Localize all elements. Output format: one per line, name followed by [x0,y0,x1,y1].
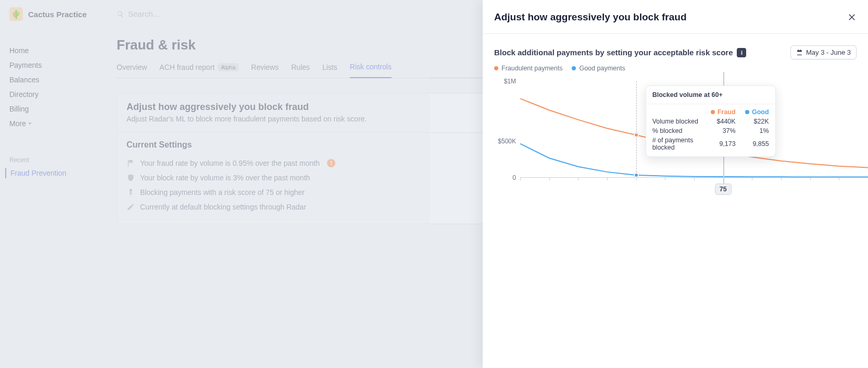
pencil-icon [127,203,135,211]
y-tick-1m: $1M [504,78,516,85]
legend-good: Good payments [572,65,625,72]
sidebar-item-home[interactable]: Home [9,44,99,57]
brand-logo: 🌵 [9,7,23,21]
sidebar-item-balances[interactable]: Balances [9,73,99,87]
sidebar-item-payments[interactable]: Payments [9,58,99,72]
plus-icon: + [28,120,32,127]
search-placeholder: Search... [128,9,159,18]
tooltip-col-good: Good [741,108,769,116]
tooltip-value: 37% [708,127,736,134]
tooltip-row-label: % blocked [652,127,702,134]
legend-fraud: Fraudulent payments [494,65,562,72]
plot-area[interactable]: 75 Blocked volume at 60+ Fraud Good Volu… [520,81,868,178]
x-ticks [520,177,868,180]
tab-ach-label: ACH fraud report [159,63,215,71]
tooltip-value: 9,855 [741,140,769,148]
hover-dot-good [634,173,639,178]
tab-lists[interactable]: Lists [322,59,337,78]
threshold-slider-handle[interactable]: 75 [715,183,732,195]
sidebar-more-label: More [9,119,26,128]
sidebar-recent-fraud-prevention[interactable]: Fraud Prevention [5,168,99,178]
brand-name: Cactus Practice [28,10,87,19]
setting-text: Your fraud rate by volume is 0.95% over … [140,159,320,167]
panel-header: Adjust how aggressively you block fraud [483,0,868,34]
info-icon[interactable]: i [737,48,746,57]
tooltip-row-label: # of payments blocked [652,137,702,151]
tab-ach-fraud-report[interactable]: ACH fraud report Alpha [159,59,238,78]
tooltip-value: 9,173 [708,140,736,148]
chart[interactable]: $1M $500K 0 75 Blocked volume at 60+ [494,81,868,201]
tooltip-row-label: Volume blocked [652,118,702,125]
shield-icon [127,174,135,182]
alpha-badge: Alpha [218,63,238,71]
tooltip-value: 1% [741,127,769,134]
legend-good-label: Good payments [579,65,625,72]
sidebar-item-billing[interactable]: Billing [9,102,99,116]
sidebar-item-directory[interactable]: Directory [9,88,99,101]
setting-text: Your block rate by volume is 3% over the… [140,174,310,182]
panel-subtitle: Block additional payments by setting you… [494,48,733,57]
tooltip-title: Blocked volume at 60+ [646,86,775,104]
y-tick-0: 0 [512,174,516,181]
close-icon[interactable] [847,13,857,22]
date-range-label: May 3 - June 3 [806,48,851,56]
tab-risk-controls[interactable]: Risk controls [350,58,392,78]
sidebar-recent-heading: Recent [9,156,99,164]
brand[interactable]: 🌵 Cactus Practice [9,7,99,21]
pin-icon [127,188,135,197]
warning-icon: ! [327,159,335,167]
tab-rules[interactable]: Rules [291,59,310,78]
tab-reviews[interactable]: Reviews [251,59,279,78]
tab-overview[interactable]: Overview [117,59,147,78]
panel-body: Block additional payments by setting you… [483,34,868,201]
hover-dot-fraud [634,132,639,138]
chart-tooltip: Blocked volume at 60+ Fraud Good Volume … [646,85,776,157]
setting-text: Currently at default blocking settings t… [140,203,306,211]
sidebar: 🌵 Cactus Practice Home Payments Balances… [0,0,104,368]
sidebar-item-more[interactable]: More + [9,117,99,130]
hover-threshold-line [636,81,637,177]
flag-icon [127,159,135,167]
tooltip-value: $440K [708,118,736,125]
calendar-icon [796,49,803,56]
tooltip-value: $22K [741,118,769,125]
date-range-picker[interactable]: May 3 - June 3 [790,45,857,59]
tooltip-col-fraud: Fraud [708,108,736,116]
search-icon [117,10,124,18]
y-tick-500k: $500K [498,138,516,145]
setting-text: Blocking payments with a risk score of 7… [140,188,305,197]
legend-fraud-label: Fraudulent payments [501,65,562,72]
panel-title: Adjust how aggressively you block fraud [494,11,687,23]
chart-legend: Fraudulent payments Good payments [494,65,868,72]
y-axis: $1M $500K 0 [494,81,520,201]
side-panel: Adjust how aggressively you block fraud … [483,0,868,368]
